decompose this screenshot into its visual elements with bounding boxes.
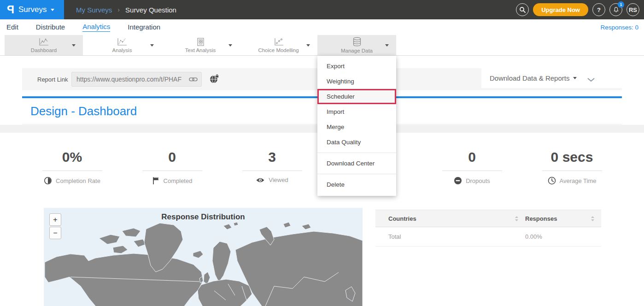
chevron-down-icon[interactable] [150, 44, 154, 47]
product-label: Surveys [18, 5, 47, 14]
sort-icon[interactable] [515, 216, 519, 222]
sort-icon[interactable] [591, 216, 595, 222]
column-header-responses[interactable]: Responses [525, 215, 601, 222]
table-header-row: Countries Responses [375, 210, 601, 227]
menu-item-export[interactable]: Export [317, 59, 396, 74]
nav-tab-edit[interactable]: Edit [6, 23, 18, 32]
stat-divider [42, 171, 102, 171]
breadcrumb-my-surveys[interactable]: My Surveys [76, 6, 112, 14]
countries-table: Countries Responses Tot [375, 210, 601, 247]
stat-label: Dropouts [466, 177, 490, 184]
map-title: Response Distribution [44, 212, 363, 222]
section-nav: Edit Distribute Analytics Integration Re… [0, 19, 644, 35]
chevron-down-icon[interactable] [306, 44, 310, 47]
top-bar: P Surveys My Surveys › Survey Question U… [0, 0, 644, 19]
analysis-chart-icon [117, 37, 128, 47]
questionpro-logo-icon: P [7, 4, 14, 15]
menu-item-data-quality[interactable]: Data Quality [317, 135, 396, 150]
column-label: Countries [388, 215, 416, 222]
menu-item-scheduler[interactable]: Scheduler [317, 89, 396, 104]
scatter-chart-icon [273, 37, 284, 47]
stat-viewed: 3 Viewed [222, 133, 322, 199]
bell-icon [613, 6, 620, 13]
page-title: Design - Dashboard [30, 104, 137, 118]
column-label: Responses [525, 215, 557, 222]
nav-tab-distribute[interactable]: Distribute [36, 23, 65, 32]
stat-value: 0 [168, 150, 176, 164]
report-link-label: Report Link [37, 68, 68, 90]
collapse-chevron-icon[interactable] [587, 76, 595, 84]
total-label: Total [375, 233, 525, 240]
stat-label: Completion Rate [56, 177, 100, 184]
avatar-initials: RS [629, 6, 637, 13]
breadcrumb-separator: › [117, 6, 120, 13]
chevron-down-icon[interactable] [385, 44, 389, 47]
link-icon[interactable] [189, 76, 201, 82]
report-link-field [71, 72, 202, 87]
question-mark-icon: ? [597, 6, 601, 13]
flag-icon [152, 177, 160, 185]
stat-dropouts: 0 Dropouts [422, 133, 522, 199]
tab-label: Dashboard [31, 47, 57, 53]
nav-tab-analytics[interactable]: Analytics [82, 23, 110, 32]
stat-divider [142, 171, 202, 171]
menu-divider [317, 153, 396, 153]
document-grid-icon [195, 37, 205, 47]
user-avatar[interactable]: RS [626, 3, 639, 16]
tab-manage-data[interactable]: Manage Data [317, 35, 396, 55]
half-circle-icon [44, 177, 52, 185]
tab-label: Analysis [112, 47, 132, 53]
menu-item-download-center[interactable]: Download Center [317, 156, 396, 171]
clock-icon [548, 177, 556, 185]
map-zoom-out-button[interactable]: − [49, 227, 61, 239]
globe-lock-icon[interactable] [209, 74, 219, 86]
stat-value: 0 secs [551, 150, 593, 164]
chevron-down-icon [51, 9, 54, 11]
help-button[interactable]: ? [592, 3, 605, 16]
search-button[interactable] [516, 3, 529, 16]
upgrade-now-button[interactable]: Upgrade Now [533, 3, 588, 16]
chevron-down-icon[interactable] [228, 44, 232, 47]
tab-choice-modelling[interactable]: Choice Modelling [240, 35, 317, 55]
stat-divider [442, 171, 502, 171]
manage-data-dropdown: Export Weighting Scheduler Import Merge … [317, 56, 396, 196]
stat-completed: 0 Completed [122, 133, 222, 199]
stat-label: Average Time [560, 177, 597, 184]
total-responses-value: 0.00% [525, 233, 601, 240]
product-switcher[interactable]: P Surveys [0, 0, 64, 19]
breadcrumb: My Surveys › Survey Question [76, 0, 176, 19]
menu-item-delete[interactable]: Delete [317, 177, 396, 192]
download-data-reports-menu[interactable]: Download Data & Reports [490, 74, 577, 82]
tab-text-analysis[interactable]: Text Analysis [161, 35, 240, 55]
chevron-down-icon [573, 77, 577, 79]
tab-dashboard[interactable]: Dashboard [5, 35, 83, 55]
topbar-actions: Upgrade Now ? 1 RS [516, 0, 639, 19]
tab-analysis[interactable]: Analysis [83, 35, 161, 55]
nav-tab-integration[interactable]: Integration [128, 23, 160, 32]
eye-icon [256, 177, 265, 183]
notification-badge: 1 [618, 1, 624, 8]
stat-value: 3 [268, 150, 276, 164]
chevron-down-icon[interactable] [72, 44, 76, 47]
section-nav-links: Edit Distribute Analytics Integration [6, 19, 160, 35]
response-distribution-map[interactable]: + − Response Distribution [44, 208, 363, 306]
search-icon [519, 6, 526, 13]
database-icon [352, 37, 362, 47]
report-link-input[interactable] [72, 76, 189, 83]
menu-item-import[interactable]: Import [317, 104, 396, 119]
download-data-reports-label: Download Data & Reports [490, 74, 569, 82]
line-chart-icon [38, 37, 49, 47]
stat-average-time: 0 secs Average Time [522, 133, 622, 199]
stat-divider [542, 171, 602, 171]
stat-divider [242, 171, 302, 171]
tab-label: Choice Modelling [258, 47, 299, 53]
menu-item-merge[interactable]: Merge [317, 119, 396, 135]
table-row: Total 0.00% [375, 227, 601, 247]
tab-label: Manage Data [341, 48, 373, 53]
stat-label: Viewed [269, 177, 288, 183]
column-header-countries[interactable]: Countries [375, 215, 525, 222]
tab-label: Text Analysis [185, 47, 216, 53]
notifications-button[interactable]: 1 [609, 3, 622, 16]
responses-count[interactable]: Responses: 0 [600, 19, 638, 35]
menu-item-weighting[interactable]: Weighting [317, 74, 396, 89]
